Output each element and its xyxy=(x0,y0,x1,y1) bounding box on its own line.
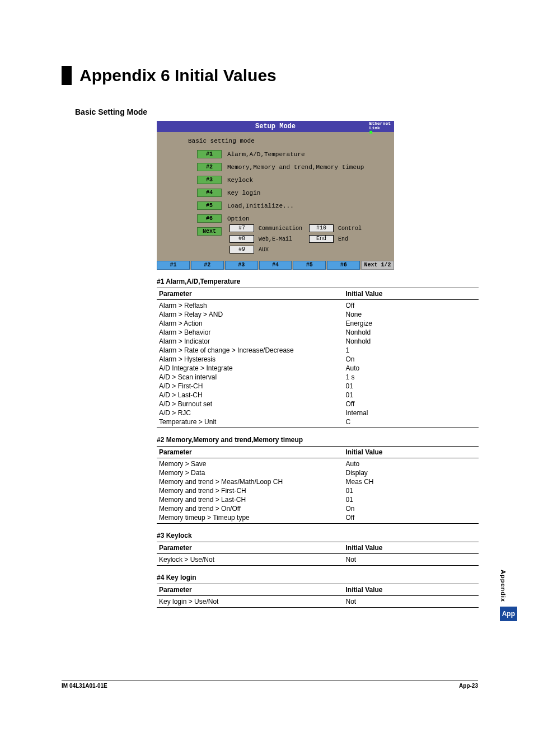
softkey[interactable]: #3 xyxy=(225,261,258,270)
cell-value: 1 s xyxy=(344,373,479,382)
submenu-button[interactable]: #7 xyxy=(229,224,254,232)
param-section: #1 Alarm,A/D,TemperatureParameterInitial… xyxy=(157,278,479,428)
setup-mode-screenshot: Setup Mode EthernetLink■ Basic setting m… xyxy=(157,121,394,270)
table-row: Memory and trend > First-CH01 xyxy=(157,486,479,495)
table-row: Memory and trend > On/OffOn xyxy=(157,504,479,513)
cell-parameter: Alarm > Indicator xyxy=(157,337,344,346)
footer-right: App-23 xyxy=(459,683,478,689)
menu-button[interactable]: #5 xyxy=(197,201,222,210)
submenu-row: #9AUX xyxy=(229,246,394,253)
col-parameter: Parameter xyxy=(157,447,344,458)
cell-value: Off xyxy=(344,513,479,524)
table-row: Memory > SaveAuto xyxy=(157,458,479,469)
cell-parameter: A/D > Scan interval xyxy=(157,373,344,382)
cell-parameter: Memory and trend > Meas/Math/Loop CH xyxy=(157,477,344,486)
col-parameter: Parameter xyxy=(157,584,344,596)
cell-parameter: Alarm > Behavior xyxy=(157,328,344,337)
cell-value: 01 xyxy=(344,391,479,400)
menu-text: Keylock xyxy=(227,177,253,184)
menu-button[interactable]: #4 xyxy=(197,189,222,197)
table-row: Memory > DataDisplay xyxy=(157,468,479,477)
menu-row: #2Memory,Memory and trend,Memory timeup xyxy=(197,163,394,171)
softkey[interactable]: Next 1/2 xyxy=(361,261,394,270)
softkey[interactable]: #2 xyxy=(191,261,224,270)
menu-button[interactable]: #1 xyxy=(197,150,222,158)
cell-value: Not xyxy=(344,554,479,566)
submenu-row: #8Web,E-MailEndEnd xyxy=(229,235,394,243)
cell-value: Nonhold xyxy=(344,337,479,346)
submenu-button[interactable]: End xyxy=(309,235,334,243)
menu-row: #3Keylock xyxy=(197,176,394,184)
table-row: A/D > Burnout setOff xyxy=(157,400,479,408)
mode-label: Basic setting mode xyxy=(188,138,394,144)
ethernet-indicator: EthernetLink■ xyxy=(369,121,391,135)
col-initial-value: Initial Value xyxy=(344,288,479,300)
param-table: ParameterInitial ValueMemory > SaveAutoM… xyxy=(157,446,479,524)
cell-value: 01 xyxy=(344,495,479,504)
cell-parameter: A/D > Burnout set xyxy=(157,400,344,408)
chapter-bar: Appendix 6 Initial Values xyxy=(62,66,512,85)
cell-value: Meas CH xyxy=(344,477,479,486)
menu-row: #1Alarm,A/D,Temperature xyxy=(197,150,394,158)
table-row: A/D > First-CH01 xyxy=(157,382,479,391)
menu-text: Option xyxy=(227,215,250,222)
menu-button[interactable]: #2 xyxy=(197,163,222,171)
section-subhead: #4 Key login xyxy=(157,574,479,581)
table-row: A/D > Last-CH01 xyxy=(157,391,479,400)
menu-button[interactable]: #3 xyxy=(197,176,222,184)
table-row: Alarm > ReflashOff xyxy=(157,300,479,311)
col-parameter: Parameter xyxy=(157,542,344,554)
cell-value: Off xyxy=(344,400,479,408)
softkey[interactable]: #1 xyxy=(157,261,190,270)
submenu-text: AUX xyxy=(259,247,309,253)
cell-parameter: A/D > Last-CH xyxy=(157,391,344,400)
softkey[interactable]: #5 xyxy=(293,261,326,270)
cell-value: 01 xyxy=(344,382,479,391)
submenu-button[interactable]: #8 xyxy=(229,235,254,243)
cell-value: Auto xyxy=(344,364,479,373)
param-table: ParameterInitial ValueAlarm > ReflashOff… xyxy=(157,288,479,428)
cell-value: C xyxy=(344,417,479,428)
cell-value: On xyxy=(344,355,479,364)
side-label: Appendix xyxy=(500,570,507,602)
menu-text: Alarm,A/D,Temperature xyxy=(227,151,305,158)
scr-titlebar: Setup Mode EthernetLink■ xyxy=(157,121,394,132)
table-row: Alarm > Rate of change > Increase/Decrea… xyxy=(157,346,479,355)
section-subhead: #2 Memory,Memory and trend,Memory timeup xyxy=(157,436,479,444)
cell-value: None xyxy=(344,310,479,319)
cell-parameter: Alarm > Reflash xyxy=(157,300,344,311)
table-row: A/D > Scan interval1 s xyxy=(157,373,479,382)
menu-row: #5Load,Initialize... xyxy=(197,201,394,210)
softkey[interactable]: #4 xyxy=(259,261,292,270)
submenu-row: #7Communication#10Control xyxy=(229,224,394,232)
cell-value: 01 xyxy=(344,486,479,495)
cell-parameter: A/D > First-CH xyxy=(157,382,344,391)
cell-value: Internal xyxy=(344,408,479,417)
param-table: ParameterInitial ValueKeylock > Use/NotN… xyxy=(157,542,479,566)
cell-parameter: A/D > RJC xyxy=(157,408,344,417)
submenu-button[interactable]: #10 xyxy=(309,224,334,232)
param-section: #2 Memory,Memory and trend,Memory timeup… xyxy=(157,436,479,524)
cell-value: 1 xyxy=(344,346,479,355)
table-row: A/D > RJCInternal xyxy=(157,408,479,417)
cell-parameter: A/D Integrate > Integrate xyxy=(157,364,344,373)
menu-text: Memory,Memory and trend,Memory timeup xyxy=(227,164,364,171)
page-footer: IM 04L31A01-01E App-23 xyxy=(62,680,478,689)
softkey[interactable]: #6 xyxy=(327,261,360,270)
submenu-text: Control xyxy=(338,226,388,232)
menu-text: Load,Initialize... xyxy=(227,203,294,209)
cell-parameter: Alarm > Action xyxy=(157,319,344,328)
cell-parameter: Memory timeup > Timeup type xyxy=(157,513,344,524)
section-heading: Basic Setting Mode xyxy=(75,107,512,116)
cell-parameter: Alarm > Relay > AND xyxy=(157,310,344,319)
cell-parameter: Alarm > Hysteresis xyxy=(157,355,344,364)
cell-value: Auto xyxy=(344,458,479,469)
cell-parameter: Temperature > Unit xyxy=(157,417,344,428)
table-row: A/D Integrate > IntegrateAuto xyxy=(157,364,479,373)
chapter-title: Appendix 6 Initial Values xyxy=(79,66,512,85)
menu-button[interactable]: Next xyxy=(197,227,222,236)
menu-button[interactable]: #6 xyxy=(197,214,222,223)
col-initial-value: Initial Value xyxy=(344,584,479,596)
cell-value: Energize xyxy=(344,319,479,328)
submenu-button[interactable]: #9 xyxy=(229,246,254,253)
